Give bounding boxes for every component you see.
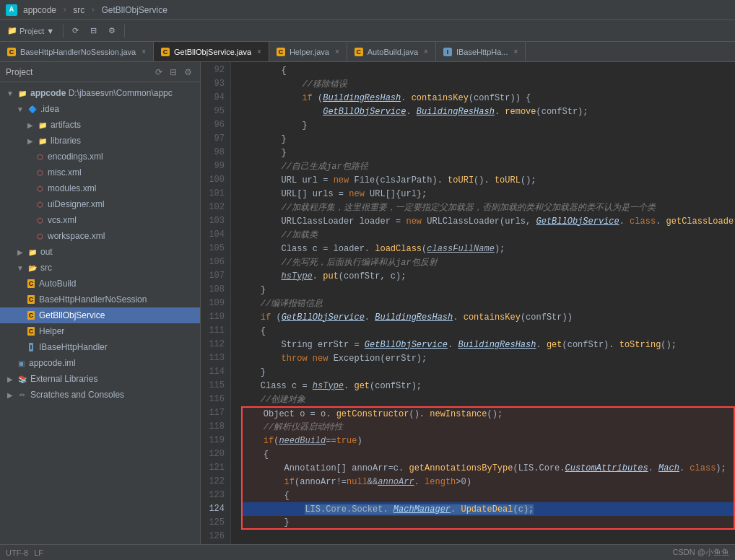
tab-icon-3: C bbox=[277, 48, 285, 56]
toolbar-sep1 bbox=[63, 25, 64, 38]
tree-label: artifacts bbox=[51, 120, 81, 130]
tree-item-encodings[interactable]: ⬡ encodings.xml bbox=[0, 149, 200, 165]
class-name: GetBllObjService bbox=[101, 5, 167, 15]
tab-label-3: Helper.java bbox=[290, 48, 329, 56]
tree-label: libraries bbox=[51, 136, 81, 146]
code-line-95: GetBllObjService. BuildingResHash. remov… bbox=[240, 105, 735, 118]
tab-close-5[interactable]: × bbox=[514, 48, 518, 56]
toolbar: 📁 Project ▼ ⟳ ⊟ ⚙ bbox=[0, 20, 735, 42]
folder-icon: 📁 bbox=[38, 120, 48, 130]
tabs-bar: C BaseHttpHandlerNoSession.java × C GetB… bbox=[0, 42, 735, 62]
code-line-116: //创建对象 bbox=[240, 393, 735, 406]
scratch-icon: ✏ bbox=[17, 390, 27, 400]
tab-close-1[interactable]: × bbox=[142, 48, 146, 56]
folder-icon: 📁 bbox=[38, 136, 48, 146]
sync-btn[interactable]: ⟳ bbox=[68, 25, 83, 37]
code-line-120: { bbox=[241, 447, 735, 461]
tree-arrow: ▼ bbox=[6, 89, 14, 97]
tree-item-vcs[interactable]: ⬡ vcs.xml bbox=[0, 212, 200, 228]
tab-label-5: IBaseHttpHa... bbox=[456, 48, 508, 56]
tree-item-modules[interactable]: ⬡ modules.xml bbox=[0, 180, 200, 196]
line-num-104: 104 bbox=[201, 228, 225, 242]
code-line-106: //先写死，后面执行编译和从jar包反射 bbox=[240, 255, 735, 269]
line-num-102: 102 bbox=[201, 201, 225, 214]
tab-close-2[interactable]: × bbox=[257, 48, 261, 56]
tab-label-2: GetBllObjService.java bbox=[174, 48, 251, 56]
tree-label: Scratches and Consoles bbox=[30, 390, 124, 400]
tree-item-Helper[interactable]: C Helper bbox=[0, 323, 200, 339]
xml-icon: ⬡ bbox=[35, 199, 45, 209]
collapse-btn[interactable]: ⊟ bbox=[86, 25, 101, 37]
main-content: Project ⟳ ⊟ ⚙ ▼ 📁 appcode D:\jbasesvn\Co… bbox=[0, 62, 735, 544]
tab-Helper[interactable]: C Helper.java × bbox=[269, 42, 347, 61]
code-line-109: //编译报错信息 bbox=[240, 297, 735, 310]
code-line-107: hsType. put(confStr, c); bbox=[240, 269, 735, 283]
line-num-112: 112 bbox=[201, 338, 225, 351]
tree-item-artifacts[interactable]: ▶ 📁 artifacts bbox=[0, 117, 200, 133]
project-btn[interactable]: 📁 Project ▼ bbox=[3, 25, 58, 37]
line-num-100: 100 bbox=[201, 173, 225, 187]
folder-icon: 📁 bbox=[17, 88, 27, 98]
tree-item-libraries[interactable]: ▶ 📁 libraries bbox=[0, 133, 200, 149]
line-num-117: 117 bbox=[201, 406, 225, 420]
tree-item-misc[interactable]: ⬡ misc.xml bbox=[0, 165, 200, 180]
tree-label: out bbox=[40, 247, 53, 257]
tree-item-appcode[interactable]: ▼ 📁 appcode D:\jbasesvn\Common\appc bbox=[0, 85, 200, 101]
status-line-ending: LF bbox=[34, 548, 43, 557]
tree-item-appcode-iml[interactable]: ▣ appcode.iml bbox=[0, 355, 200, 371]
line-num-119: 119 bbox=[201, 434, 225, 447]
line-num-98: 98 bbox=[201, 146, 225, 159]
tab-AutoBuild[interactable]: C AutoBuild.java × bbox=[347, 42, 436, 61]
tree-item-idea[interactable]: ▼ 🔷 .idea bbox=[0, 101, 200, 117]
tree-item-AutoBuild[interactable]: C AutoBuild bbox=[0, 276, 200, 292]
code-line-115: Class c = hsType. get(confStr); bbox=[240, 379, 735, 393]
libs-icon: 📚 bbox=[17, 374, 27, 384]
sep1: › bbox=[62, 5, 67, 15]
app-container: A appcode › src › GetBllObjService 📁 Pro… bbox=[0, 0, 735, 560]
settings-btn[interactable]: ⚙ bbox=[104, 25, 120, 37]
sidebar-collapse-btn[interactable]: ⊟ bbox=[168, 66, 179, 78]
code-line-111: { bbox=[240, 324, 735, 338]
code-line-105: Class c = loader. loadClass(classFullNam… bbox=[240, 242, 735, 255]
tree-item-src[interactable]: ▼ 📂 src bbox=[0, 260, 200, 276]
tree-item-out[interactable]: ▶ 📁 out bbox=[0, 244, 200, 260]
java-c-icon-selected: C bbox=[26, 310, 36, 320]
code-body: 92 93 94 95 96 97 98 99 100 101 102 103 … bbox=[201, 62, 735, 544]
tree-item-IBaseHttpHandler[interactable]: I IBaseHttpHandler bbox=[0, 339, 200, 355]
line-num-107: 107 bbox=[201, 269, 225, 283]
code-line-114: } bbox=[240, 365, 735, 379]
sidebar-sync-btn[interactable]: ⟳ bbox=[153, 66, 165, 78]
code-line-103: URLClassLoader loader = new URLClassLoad… bbox=[240, 214, 735, 228]
tree-item-workspace[interactable]: ⬡ workspace.xml bbox=[0, 228, 200, 244]
xml-icon: ⬡ bbox=[35, 183, 45, 193]
tab-GetBllObjService[interactable]: C GetBllObjService.java × bbox=[154, 42, 269, 61]
tree-arrow: ▶ bbox=[26, 121, 35, 129]
tree-item-external-libs[interactable]: ▶ 📚 External Libraries bbox=[0, 371, 200, 387]
code-line-100: URL url = new File(clsJarPath). toURI().… bbox=[240, 173, 735, 187]
tree-label: BaseHttpHandlerNoSession bbox=[39, 294, 147, 305]
sidebar-settings-btn[interactable]: ⚙ bbox=[182, 66, 194, 78]
tab-IBaseHttpHandler[interactable]: I IBaseHttpHa... × bbox=[436, 42, 526, 61]
tab-close-4[interactable]: × bbox=[424, 48, 428, 56]
tree-item-BaseHttpHandlerNoSession[interactable]: C BaseHttpHandlerNoSession bbox=[0, 292, 200, 307]
tree-item-uidesigner[interactable]: ⬡ uiDesigner.xml bbox=[0, 196, 200, 212]
tab-label-4: AutoBuild.java bbox=[368, 48, 418, 56]
xml-icon: ⬡ bbox=[35, 231, 45, 241]
code-lines[interactable]: { //移除错误 if (BuildingResHash. containsKe… bbox=[231, 62, 735, 544]
tab-BaseHttpHandlerNoSession[interactable]: C BaseHttpHandlerNoSession.java × bbox=[0, 42, 154, 61]
line-num-121: 121 bbox=[201, 461, 225, 475]
code-line-99: //自己生成jar包路径 bbox=[240, 159, 735, 173]
src-label: src bbox=[73, 5, 84, 15]
tree-arrow: ▶ bbox=[6, 375, 14, 383]
folder-src-icon: 📂 bbox=[27, 263, 38, 273]
tree-label: appcode.iml bbox=[29, 358, 76, 368]
tree-item-GetBllObjService[interactable]: C GetBllObjService bbox=[0, 307, 200, 323]
tab-icon-4: C bbox=[355, 48, 363, 56]
line-num-123: 123 bbox=[201, 489, 225, 502]
line-num-126: 126 bbox=[201, 530, 225, 543]
tab-close-3[interactable]: × bbox=[335, 48, 339, 56]
tree-arrow: ▼ bbox=[16, 263, 25, 272]
tree-item-scratches[interactable]: ▶ ✏ Scratches and Consoles bbox=[0, 387, 200, 403]
code-line-92: { bbox=[240, 64, 735, 77]
code-line-93: //移除错误 bbox=[240, 77, 735, 91]
